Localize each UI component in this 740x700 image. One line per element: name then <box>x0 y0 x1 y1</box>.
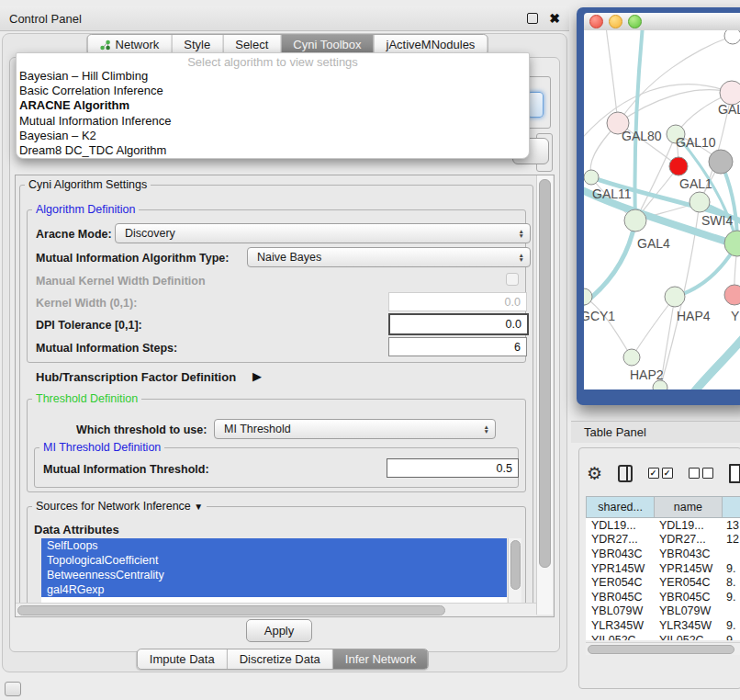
network-node[interactable] <box>665 287 685 307</box>
tab-label: jActiveMNodules <box>387 38 476 51</box>
attribute-item-selfloops[interactable]: SelfLoops <box>41 538 507 553</box>
network-node[interactable] <box>724 285 740 305</box>
table-toolbar: ⚙ ✓✓ <box>587 459 740 487</box>
cyni-mode-tabs: Impute DataDiscretize DataInfer Network <box>137 649 429 670</box>
aracne-mode-label: Aracne Mode: <box>36 228 112 241</box>
algorithm-option-dream8-dc-tdc-algorithm[interactable]: Dream8 DC_TDC Algorithm <box>17 143 529 158</box>
table-row[interactable]: YBL079WYBL079W <box>586 604 740 619</box>
algorithm-option-mutual-information-inference[interactable]: Mutual Information Inference <box>17 114 529 129</box>
hub-expand-icon[interactable]: ▶ <box>252 369 262 383</box>
settings-hscrollbar[interactable] <box>16 603 536 616</box>
table-row[interactable]: YDL19...YDL19...13 <box>586 518 740 533</box>
dpi-tolerance-field[interactable]: 0.0 <box>388 313 529 335</box>
manual-kernel-checkbox[interactable] <box>506 273 519 286</box>
settings-vscrollbar[interactable] <box>536 175 553 615</box>
window-zoom-icon[interactable] <box>628 15 642 28</box>
which-threshold-label: Which threshold to use: <box>76 423 207 436</box>
tab-label: Network <box>116 38 160 51</box>
apply-button[interactable]: Apply <box>246 619 312 642</box>
network-node[interactable] <box>624 209 646 231</box>
node-label-y: Y <box>731 309 740 323</box>
float-window-icon[interactable] <box>527 13 538 24</box>
mi-type-combo[interactable]: Naive Bayes ▲▼ <box>247 247 531 267</box>
window-close-icon[interactable] <box>589 15 603 28</box>
mode-tab-discretize-data[interactable]: Discretize Data <box>228 649 333 669</box>
table-cell: 12 <box>721 533 740 546</box>
network-node[interactable] <box>690 192 710 212</box>
table-cell: YPR145W <box>654 562 721 575</box>
algorithm-option-bayesian-k2[interactable]: Bayesian – K2 <box>17 129 529 143</box>
window-minimize-icon[interactable] <box>609 15 622 28</box>
mi-steps-field[interactable]: 6 <box>388 337 527 356</box>
mi-steps-label: Mutual Information Steps: <box>36 342 177 355</box>
network-canvas[interactable]: GALGAL80GAL10GAL1GAL11SWI4GAL4GCY1HAP4YH… <box>584 30 740 390</box>
network-node[interactable] <box>669 157 688 175</box>
table-row[interactable]: YLR345WYLR345W9. <box>586 618 740 633</box>
tab-select[interactable]: Select <box>223 35 281 54</box>
gear-icon[interactable]: ⚙ <box>587 464 602 482</box>
algorithm-option-basic-correlation-inference[interactable]: Basic Correlation Inference <box>17 84 529 98</box>
combo-spinner-icon: ▲▼ <box>519 229 524 238</box>
tab-network[interactable]: Network <box>88 35 173 54</box>
collapse-icon[interactable]: ▼ <box>194 502 203 512</box>
columns-icon[interactable] <box>618 465 632 482</box>
network-node[interactable] <box>724 231 740 256</box>
network-node[interactable] <box>709 150 733 174</box>
hub-definition-label: Hub/Transcription Factor Definition <box>36 370 236 384</box>
network-edge <box>584 297 632 357</box>
algorithm-definition-title: Algorithm Definition <box>32 203 139 216</box>
network-node[interactable] <box>584 288 592 305</box>
close-icon[interactable]: ✖ <box>549 11 560 26</box>
mi-threshold-group-title: MI Threshold Definition <box>39 441 164 454</box>
network-node[interactable] <box>623 349 640 366</box>
kernel-width-field[interactable]: 0.0 <box>388 292 527 311</box>
mi-threshold-field[interactable]: 0.5 <box>387 458 519 478</box>
table-cell: YIL052C <box>586 634 654 640</box>
cyni-settings-group-title: Cyni Algorithm Settings <box>25 178 151 191</box>
table-row[interactable]: YIL052CYIL052C9. <box>586 633 740 640</box>
network-node[interactable] <box>724 30 740 44</box>
column-header-hidden[interactable] <box>723 497 740 517</box>
tab-label: Select <box>235 38 268 51</box>
export-table-icon[interactable] <box>729 464 740 483</box>
table-cell: YIL052C <box>654 634 721 640</box>
select-all-icon[interactable]: ✓✓ <box>648 468 673 479</box>
table-row[interactable]: YER054CYER054C8. <box>586 575 740 590</box>
network-edge <box>692 329 740 390</box>
attribute-item-topologicalcoefficient[interactable]: TopologicalCoefficient <box>41 553 507 568</box>
column-header-shared[interactable]: shared... <box>587 497 655 517</box>
algorithm-option-aracne-algorithm[interactable]: ARACNE Algorithm <box>17 98 529 113</box>
table-row[interactable]: YBR045CYBR045C9. <box>586 590 740 604</box>
node-label-hap4: HAP4 <box>677 309 711 323</box>
column-header-name[interactable]: name <box>655 497 722 517</box>
mode-tab-label: Infer Network <box>345 652 416 666</box>
minimized-panel-icon[interactable] <box>5 682 21 696</box>
node-label-gcy1: GCY1 <box>584 309 615 323</box>
which-threshold-combo[interactable]: MI Threshold ▲▼ <box>214 419 496 439</box>
combo-spinner-icon: ▲▼ <box>484 424 489 434</box>
dropdown-placeholder: Select algorithm to view settings <box>17 55 529 69</box>
screen: Control Panel ✖ NetworkStyleSelectCyni T… <box>0 0 740 700</box>
tab-cyni-toolbox[interactable]: Cyni Toolbox <box>281 35 374 54</box>
node-label-hap2: HAP2 <box>630 367 664 382</box>
tab-style[interactable]: Style <box>172 35 223 54</box>
tab-jactivemnodules[interactable]: jActiveMNodules <box>375 35 488 54</box>
mode-tab-infer-network[interactable]: Infer Network <box>333 649 428 669</box>
attribute-item-betweennesscentrality[interactable]: BetweennessCentrality <box>41 568 507 582</box>
manual-kernel-label: Manual Kernel Width Definition <box>36 275 206 288</box>
deselect-all-icon[interactable] <box>689 468 713 479</box>
aracne-mode-combo[interactable]: Discovery ▲▼ <box>115 223 531 243</box>
algorithm-dropdown-popup: Select algorithm to view settings Bayesi… <box>16 52 530 159</box>
network-node[interactable] <box>584 170 599 185</box>
attribute-item-gal4rgexp[interactable]: gal4RGexp <box>41 582 507 597</box>
algorithm-option-bayesian-hill-climbing[interactable]: Bayesian – Hill Climbing <box>17 69 529 84</box>
table-hscrollbar[interactable] <box>586 642 740 655</box>
table-row[interactable]: YDR27...YDR27...12 <box>586 533 740 548</box>
table-row[interactable]: YPR145WYPR145W9. <box>586 561 740 576</box>
mode-tab-impute-data[interactable]: Impute Data <box>138 649 228 669</box>
table-cell: YDL19... <box>654 519 721 532</box>
table-row[interactable]: YBR043CYBR043C <box>586 547 740 561</box>
table-cell: YBR043C <box>586 548 654 560</box>
table-panel-titlebar: Table Panel <box>571 421 740 443</box>
table-cell: YLR345W <box>654 619 721 632</box>
